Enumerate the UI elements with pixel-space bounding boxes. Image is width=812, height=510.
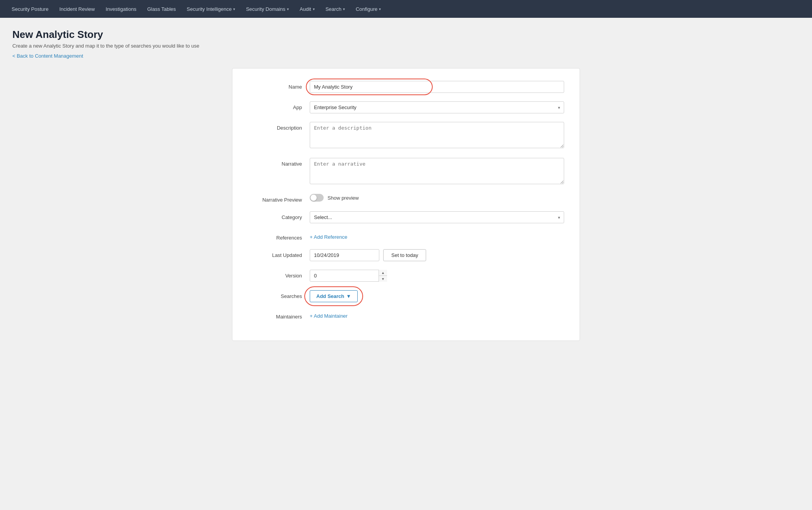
- version-wrap-outer: ▲ ▼: [310, 270, 564, 282]
- add-search-button[interactable]: Add Search ▼: [310, 290, 358, 302]
- last-updated-input[interactable]: [310, 249, 379, 261]
- last-updated-wrap: Set to today: [310, 249, 564, 261]
- version-increment-button[interactable]: ▲: [379, 270, 387, 276]
- version-spinner: ▲ ▼: [379, 270, 387, 282]
- toggle-row: Show preview: [310, 194, 564, 202]
- last-updated-group: Set to today: [310, 249, 564, 261]
- narrative-row: Narrative: [248, 158, 564, 185]
- nav-glass-tables[interactable]: Glass Tables: [142, 0, 181, 18]
- app-select[interactable]: Enterprise Security Search Other: [310, 101, 564, 113]
- narrative-label: Narrative: [248, 158, 310, 167]
- version-decrement-button[interactable]: ▼: [379, 276, 387, 282]
- category-label: Category: [248, 211, 310, 220]
- security-intelligence-chevron-icon: ▾: [233, 7, 235, 11]
- version-field-wrap: ▲ ▼: [310, 270, 387, 282]
- category-row: Category Select... ▾: [248, 211, 564, 223]
- searches-label: Searches: [248, 290, 310, 299]
- show-preview-label: Show preview: [328, 195, 359, 201]
- maintainers-label: Maintainers: [248, 311, 310, 320]
- nav-audit[interactable]: Audit ▾: [294, 0, 320, 18]
- app-select-wrap: Enterprise Security Search Other ▾: [310, 101, 564, 113]
- back-link[interactable]: < Back to Content Management: [12, 53, 83, 59]
- version-label: Version: [248, 270, 310, 279]
- version-row: Version ▲ ▼: [248, 270, 564, 282]
- page-subtitle: Create a new Analytic Story and map it t…: [12, 43, 800, 49]
- toggle-knob: [310, 195, 317, 201]
- maintainers-wrap: + Add Maintainer: [310, 311, 564, 319]
- narrative-preview-label: Narrative Preview: [248, 194, 310, 203]
- page-wrapper: New Analytic Story Create a new Analytic…: [0, 18, 812, 352]
- nav-investigations[interactable]: Investigations: [100, 0, 142, 18]
- description-row: Description: [248, 122, 564, 149]
- app-label: App: [248, 101, 310, 110]
- form-card: Name App Enterprise Security Search Othe…: [232, 68, 580, 341]
- name-field-wrap: [310, 81, 564, 93]
- description-field-wrap: [310, 122, 564, 149]
- search-chevron-icon: ▾: [343, 7, 345, 11]
- security-domains-chevron-icon: ▾: [287, 7, 289, 11]
- nav-configure[interactable]: Configure ▾: [350, 0, 386, 18]
- nav-incident-review[interactable]: Incident Review: [54, 0, 100, 18]
- references-row: References + Add Reference: [248, 232, 564, 241]
- version-input[interactable]: [310, 270, 387, 282]
- main-nav: Security Posture Incident Review Investi…: [0, 0, 812, 18]
- add-search-chevron-icon: ▼: [346, 293, 351, 299]
- page-title: New Analytic Story: [12, 29, 800, 41]
- searches-wrap: Add Search ▼: [310, 290, 564, 302]
- maintainers-row: Maintainers + Add Maintainer: [248, 311, 564, 320]
- set-today-button[interactable]: Set to today: [383, 249, 426, 261]
- last-updated-label: Last Updated: [248, 249, 310, 258]
- description-label: Description: [248, 122, 310, 131]
- nav-security-intelligence[interactable]: Security Intelligence ▾: [181, 0, 241, 18]
- add-reference-button[interactable]: + Add Reference: [310, 232, 347, 240]
- narrative-preview-wrap: Show preview: [310, 194, 564, 202]
- add-maintainer-button[interactable]: + Add Maintainer: [310, 311, 348, 319]
- searches-row: Searches Add Search ▼: [248, 290, 564, 302]
- audit-chevron-icon: ▾: [313, 7, 315, 11]
- category-select[interactable]: Select...: [310, 211, 564, 223]
- narrative-field-wrap: [310, 158, 564, 185]
- narrative-input[interactable]: [310, 158, 564, 184]
- configure-chevron-icon: ▾: [379, 7, 381, 11]
- nav-security-posture[interactable]: Security Posture: [6, 0, 54, 18]
- nav-search[interactable]: Search ▾: [320, 0, 350, 18]
- nav-security-domains[interactable]: Security Domains ▾: [241, 0, 294, 18]
- name-input[interactable]: [310, 81, 564, 93]
- name-row: Name: [248, 81, 564, 93]
- references-label: References: [248, 232, 310, 241]
- narrative-preview-row: Narrative Preview Show preview: [248, 194, 564, 203]
- references-wrap: + Add Reference: [310, 232, 564, 240]
- add-search-wrap: Add Search ▼: [310, 290, 358, 302]
- narrative-preview-toggle[interactable]: [310, 194, 324, 202]
- name-label: Name: [248, 81, 310, 90]
- last-updated-row: Last Updated Set to today: [248, 249, 564, 261]
- category-select-wrap: Select... ▾: [310, 211, 564, 223]
- app-row: App Enterprise Security Search Other ▾: [248, 101, 564, 113]
- description-input[interactable]: [310, 122, 564, 148]
